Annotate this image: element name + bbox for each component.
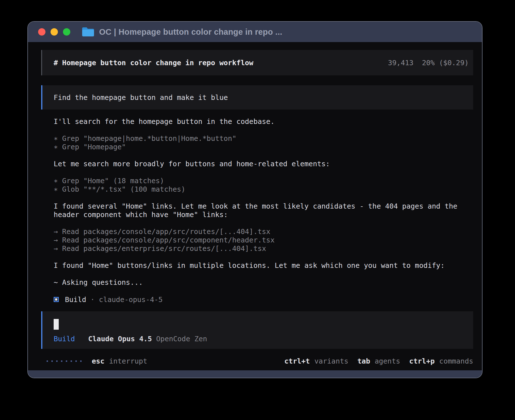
agent-badge-icon (54, 297, 59, 302)
tool-call-grep: ∗ Grep "Home" (18 matches) (54, 177, 473, 185)
agent-mode-label: Build (54, 335, 75, 343)
window-bottom-bar (28, 370, 482, 378)
maximize-button[interactable] (63, 28, 70, 36)
prompt-input[interactable]: Build Claude Opus 4.5 OpenCode Zen (41, 311, 473, 349)
separator-dot: · (90, 296, 95, 304)
variants-key-hint: ctrl+t (284, 357, 310, 365)
token-count: 39,413 (388, 59, 413, 67)
user-message: Find the homepage button and make it blu… (41, 85, 473, 110)
tool-call-grep: ∗ Grep "homepage|home.*button|Home.*butt… (54, 134, 473, 143)
tool-call-grep: ∗ Grep "Homepage" (54, 143, 473, 151)
assistant-transcript: I'll search for the homepage button in t… (54, 117, 473, 304)
close-button[interactable] (38, 28, 45, 36)
terminal-content: # Homepage button color change in repo w… (28, 42, 482, 370)
commands-label: commands (439, 357, 473, 365)
tool-call-read: → Read packages/console/app/src/routes/[… (54, 228, 473, 236)
session-title: # Homepage button color change in repo w… (54, 59, 253, 67)
desktop: OC | Homepage button color change in rep… (0, 0, 515, 420)
tool-call-glob: ∗ Glob "**/*.tsx" (100 matches) (54, 185, 473, 194)
window-titlebar[interactable]: OC | Homepage button color change in rep… (28, 22, 482, 42)
user-message-text: Find the homepage button and make it blu… (54, 93, 228, 102)
agent-name: Build (65, 296, 86, 304)
model-label: Claude Opus 4.5 (88, 335, 152, 343)
assistant-text: I'll search for the homepage button in t… (54, 117, 473, 126)
text-cursor (54, 319, 59, 330)
hint-commands: ctrl+p commands (409, 357, 473, 365)
hint-variants: ctrl+t variants (284, 357, 348, 365)
agent-model: claude-opus-4-5 (99, 296, 163, 304)
status-left: esc interrupt (47, 357, 147, 365)
status-right: ctrl+t variants tab agents ctrl+p comman… (284, 357, 473, 365)
agents-key-hint: tab (357, 357, 370, 365)
tool-call-read: → Read packages/enterprise/src/routes/[.… (54, 244, 473, 253)
agent-status-row: Build · claude-opus-4-5 (54, 295, 473, 304)
context-cost: 20% ($0.29) (422, 59, 469, 67)
terminal-window: OC | Homepage button color change in rep… (27, 21, 483, 378)
assistant-text: I found several "Home" links. Let me loo… (54, 202, 473, 219)
hint-agents: tab agents (357, 357, 400, 365)
session-header: # Homepage button color change in repo w… (41, 50, 473, 75)
assistant-text: I found "Home" buttons/links in multiple… (54, 261, 473, 270)
provider-label: OpenCode Zen (156, 335, 207, 343)
minimize-button[interactable] (51, 28, 58, 36)
window-title: OC | Homepage button color change in rep… (99, 27, 282, 37)
agents-label: agents (375, 357, 400, 365)
status-bar: esc interrupt ctrl+t variants tab agents… (41, 357, 473, 365)
commands-key-hint: ctrl+p (409, 357, 435, 365)
folder-icon (82, 27, 95, 37)
working-status: ~ Asking questions... (54, 278, 473, 287)
assistant-text: Let me search more broadly for buttons a… (54, 160, 473, 168)
activity-spinner-icon (47, 360, 82, 362)
session-stats: 39,413 20% ($0.29) (388, 59, 469, 67)
esc-key-hint: esc (92, 357, 104, 365)
tool-call-read: → Read packages/console/app/src/componen… (54, 236, 473, 244)
input-meta-row: Build Claude Opus 4.5 OpenCode Zen (54, 335, 473, 343)
esc-action-label: interrupt (109, 357, 147, 365)
variants-label: variants (314, 357, 348, 365)
